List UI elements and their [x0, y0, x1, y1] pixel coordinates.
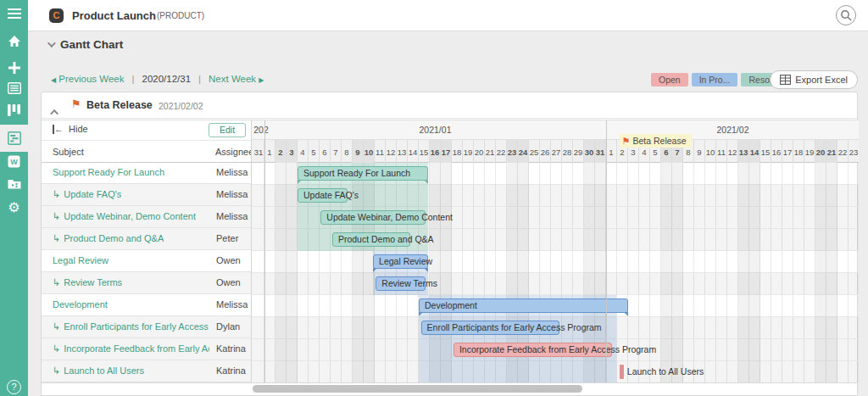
gantt-bar-resolved[interactable]: Update FAQ's [298, 188, 348, 203]
gantt-bar-resolved[interactable]: Update Webinar, Demo Content [320, 210, 426, 225]
edit-button[interactable]: Edit [209, 123, 246, 137]
table-header-left: ← Hide Edit Subject Assignee [42, 120, 251, 162]
month-label: 2021/01 [264, 125, 606, 135]
next-week-link[interactable]: Next Week ▶ [209, 74, 264, 84]
task-subject-link[interactable]: Support Ready For Launch [53, 167, 164, 177]
search-button[interactable] [836, 5, 856, 25]
day-header-cell: 4 [298, 140, 309, 163]
weekend-column [815, 163, 826, 382]
task-assignee: Melissa [216, 211, 248, 221]
project-logo-icon[interactable]: C [49, 8, 64, 23]
chart-body: Support Ready For LaunchUpdate FAQ'sUpda… [252, 163, 859, 382]
week-navigation: ◀ Previous Week | 2020/12/31 | Next Week… [51, 74, 264, 84]
day-header-cell: 30 [584, 140, 595, 163]
day-header-cell: 17 [441, 140, 452, 163]
day-header-cell: 10 [705, 140, 716, 163]
day-header-cell: 22 [837, 140, 849, 163]
gantt-chart-icon[interactable] [0, 127, 28, 149]
task-subject-link[interactable]: ↳Incorporate Feedback from Early Access … [53, 343, 209, 354]
subtask-arrow-icon: ↳ [53, 321, 60, 332]
milestone-date: 2021/02/02 [159, 101, 203, 111]
task-assignee: Owen [216, 277, 241, 287]
section-title: Gantt Chart [60, 38, 123, 51]
legend-chip-inpro[interactable]: In Pro... [692, 73, 738, 86]
gantt-section-header[interactable]: Gantt Chart [47, 38, 123, 51]
panel-divider [251, 120, 252, 382]
wiki-document-icon[interactable]: W [0, 150, 28, 172]
subject-column-header: Subject [53, 147, 84, 157]
gantt-bar-open[interactable]: Incorporate Feedback from Early Access P… [453, 343, 612, 357]
weekend-column [661, 163, 672, 382]
home-icon[interactable] [0, 30, 28, 52]
collapse-left-icon: ← [53, 125, 64, 134]
day-header-cell: 14 [408, 140, 419, 163]
task-assignee: Melissa [216, 189, 248, 199]
task-subject-link[interactable]: Development [53, 299, 108, 310]
task-subject-link[interactable]: ↳Product Demo and Q&A [53, 233, 164, 244]
add-icon[interactable] [0, 57, 28, 79]
day-header-cell: 29 [573, 140, 584, 163]
task-subject-link[interactable]: ↳Enroll Participants for Early Access Pr… [53, 321, 209, 332]
day-header-cell: 12 [727, 140, 738, 163]
issues-list-icon[interactable] [0, 77, 28, 99]
task-assignee: Peter [216, 233, 238, 243]
gantt-bar-in_progress[interactable]: Enroll Participants for Early Access Pro… [421, 321, 560, 335]
gantt-panel: ⚑ Beta Release 2021/02/02 ← Hide Edit Su… [41, 92, 858, 396]
separator: | [198, 74, 201, 84]
task-row: DevelopmentMelissa [42, 294, 251, 316]
search-icon [840, 9, 852, 21]
weekend-column [287, 163, 298, 382]
day-header-cell: 11 [375, 140, 386, 163]
day-header-cell: 27 [551, 140, 562, 163]
day-header-cell: 14 [749, 140, 760, 163]
gantt-bar-resolved[interactable]: Product Demo and Q&A [332, 232, 410, 247]
task-assignee: Katrina [216, 343, 246, 354]
chevron-down-icon [47, 39, 56, 47]
task-subject-link[interactable]: Legal Review [53, 255, 108, 265]
day-header-cell: 13 [738, 140, 749, 163]
task-row: ↳Launch to All UsersKatrina [42, 360, 251, 382]
shared-files-icon[interactable] [0, 172, 28, 194]
day-header-cell: 20 [815, 140, 826, 163]
task-row: ↳Product Demo and Q&APeter [42, 228, 251, 250]
gantt-bar-in_progress[interactable]: Legal Review [373, 254, 428, 269]
day-header-cell: 7 [331, 140, 342, 163]
menu-icon[interactable] [0, 3, 28, 25]
legend-chip-open[interactable]: Open [651, 73, 688, 86]
project-key: (PRODUCT) [157, 11, 204, 20]
gantt-bar-open[interactable] [620, 365, 624, 379]
task-subject-link[interactable]: ↳Review Terms [53, 277, 122, 288]
weekend-column [826, 163, 837, 382]
subtask-arrow-icon: ↳ [53, 211, 60, 221]
separator: | [132, 74, 135, 84]
help-icon[interactable]: ? [0, 376, 28, 396]
settings-gear-icon[interactable]: ⚙ [0, 196, 28, 218]
milestone-header: ⚑ Beta Release 2021/02/02 [42, 92, 857, 119]
day-header-cell: 9 [694, 140, 705, 163]
task-subject-link[interactable]: ↳Launch to All Users [53, 365, 144, 376]
weekend-column [275, 163, 287, 382]
excel-table-icon [780, 75, 791, 85]
gantt-bar-resolved[interactable]: Support Ready For Launch [298, 166, 428, 181]
day-header-cell: 19 [804, 140, 815, 163]
day-header-cell: 17 [782, 140, 793, 163]
day-header-cell: 5 [309, 140, 320, 163]
gantt-bar-in_progress[interactable]: Development [419, 298, 628, 313]
collapse-button[interactable] [53, 103, 58, 119]
task-subject-link[interactable]: ↳Update FAQ's [53, 189, 121, 200]
month-separator-line [606, 120, 607, 382]
day-header-cell: 15 [419, 140, 430, 163]
day-header-cell: 26 [540, 140, 551, 163]
hide-panel-button[interactable]: ← Hide [53, 124, 88, 134]
gantt-bar-in_progress[interactable]: Review Terms [376, 276, 426, 291]
task-assignee: Melissa [216, 167, 248, 177]
horizontal-scrollbar[interactable] [253, 385, 582, 393]
previous-week-link[interactable]: ◀ Previous Week [51, 74, 125, 84]
export-excel-button[interactable]: Export Excel [770, 70, 858, 89]
day-header-cell: 11 [716, 140, 727, 163]
subtask-arrow-icon: ↳ [53, 233, 60, 243]
task-row: ↳Update Webinar, Demo ContentMelissa [42, 206, 251, 228]
board-icon[interactable] [0, 99, 28, 121]
task-subject-link[interactable]: ↳Update Webinar, Demo Content [53, 211, 196, 222]
project-title[interactable]: Product Launch [72, 9, 156, 22]
